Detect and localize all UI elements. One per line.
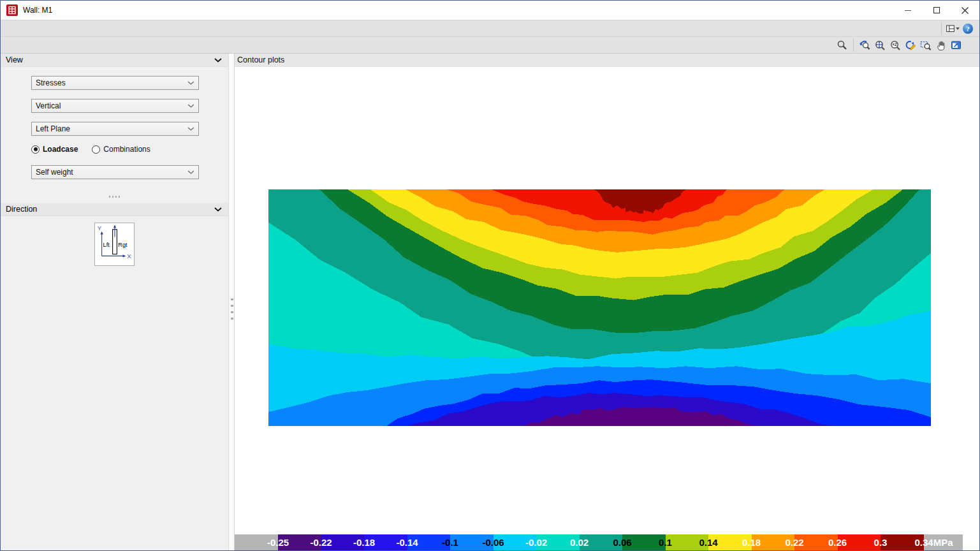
panel-splitter[interactable] bbox=[228, 54, 235, 550]
toolbar-view: ×2 bbox=[1, 36, 979, 53]
legend-value-label: -0.06 bbox=[482, 534, 504, 551]
direction-section-header[interactable]: Direction bbox=[1, 203, 228, 216]
zoom-x2-button[interactable]: ×2 bbox=[888, 38, 903, 53]
loadcase-value: Self weight bbox=[36, 168, 187, 177]
zoom-window-button[interactable] bbox=[918, 38, 933, 53]
help-icon: ? bbox=[962, 23, 974, 34]
titlebar: Wall: M1 bbox=[1, 1, 979, 20]
legend-value-label: 0.26 bbox=[828, 534, 847, 551]
app-icon bbox=[6, 4, 18, 16]
pan-button[interactable] bbox=[933, 38, 949, 53]
component-dropdown[interactable]: Vertical bbox=[31, 99, 199, 113]
toolbar-separator bbox=[853, 39, 854, 52]
app-window: Wall: M1 bbox=[0, 0, 980, 551]
component-value: Vertical bbox=[36, 101, 187, 110]
legend-colorbar: -0.25-0.22-0.18-0.14-0.1-0.06-0.020.020.… bbox=[235, 534, 963, 551]
legend-value-label: -0.25 bbox=[267, 534, 289, 551]
result-type-dropdown[interactable]: Stresses bbox=[31, 76, 199, 90]
contour-plots-header: Contour plots bbox=[235, 54, 979, 67]
zoom-cursor-icon bbox=[837, 40, 848, 51]
legend-value-label: 0.06 bbox=[613, 534, 631, 551]
chevron-down-icon bbox=[956, 27, 960, 30]
axis-x-label: X bbox=[127, 253, 131, 260]
legend-value-label: -0.14 bbox=[396, 534, 418, 551]
legend-value-label: 0.14 bbox=[699, 534, 717, 551]
chevron-down-icon bbox=[187, 81, 194, 85]
help-button[interactable]: ? bbox=[960, 21, 976, 36]
legend-value-label: 0.18 bbox=[742, 534, 761, 551]
combinations-radio[interactable] bbox=[92, 145, 100, 154]
legend-value-label: 0.34MPa bbox=[914, 534, 953, 551]
maximize-button[interactable] bbox=[922, 1, 951, 20]
maximize-icon bbox=[933, 7, 940, 13]
result-type-value: Stresses bbox=[36, 78, 187, 87]
wall-left-face-label: Lft bbox=[103, 242, 110, 248]
view-section-title: View bbox=[6, 55, 23, 64]
minimize-button[interactable] bbox=[893, 1, 922, 20]
chevron-down-icon bbox=[187, 127, 194, 131]
plane-dropdown[interactable]: Left Plane bbox=[31, 122, 199, 136]
plane-value: Left Plane bbox=[36, 124, 187, 133]
regenerate-icon bbox=[905, 40, 916, 51]
toolbar-separator bbox=[941, 22, 942, 35]
fit-window-button[interactable] bbox=[949, 38, 964, 53]
zoom-extents-button[interactable] bbox=[872, 38, 888, 53]
panel-layout-icon bbox=[946, 23, 955, 34]
zoom-previous-icon bbox=[859, 40, 870, 51]
contour-plot-area: Contour plots -0.25-0.22-0.18-0.14-0.1-0… bbox=[235, 54, 979, 550]
loadcase-radio-label[interactable]: Loadcase bbox=[43, 145, 78, 154]
close-icon bbox=[962, 7, 969, 14]
section-splitter-grip[interactable] bbox=[109, 196, 121, 198]
chevron-down-icon bbox=[187, 170, 194, 174]
direction-section-body: Y X Lft Rgt bbox=[1, 216, 228, 268]
legend-value-label: 0.02 bbox=[570, 534, 589, 551]
pan-hand-icon bbox=[935, 40, 947, 51]
zoom-window-icon bbox=[920, 40, 932, 51]
panel-layout-button[interactable] bbox=[945, 21, 960, 36]
legend-value-label: -0.22 bbox=[310, 534, 332, 551]
combinations-radio-label[interactable]: Combinations bbox=[103, 145, 150, 154]
zoom-previous-button[interactable] bbox=[857, 38, 872, 53]
fit-window-icon bbox=[951, 40, 962, 51]
regenerate-button[interactable] bbox=[903, 38, 918, 53]
direction-section-title: Direction bbox=[6, 205, 37, 214]
toolbar-top: ? bbox=[1, 20, 979, 36]
view-section-body: Stresses Vertical Left Plane Loadcase Co… bbox=[1, 67, 228, 179]
legend-value-label: -0.02 bbox=[525, 534, 547, 551]
direction-axis-diagram: Y X Lft Rgt bbox=[94, 223, 135, 266]
legend-value-label: 0.22 bbox=[785, 534, 803, 551]
wall-right-face-label: Rgt bbox=[118, 242, 128, 248]
panel-splitter-grip[interactable] bbox=[231, 298, 233, 320]
case-radio-group: Loadcase Combinations bbox=[31, 145, 228, 154]
chevron-down-icon bbox=[214, 58, 222, 62]
legend-value-label: -0.1 bbox=[442, 534, 458, 551]
legend-value-label: 0.1 bbox=[659, 534, 672, 551]
window-title: Wall: M1 bbox=[23, 6, 52, 15]
loadcase-dropdown[interactable]: Self weight bbox=[31, 165, 199, 179]
close-button[interactable] bbox=[951, 1, 979, 20]
minimize-icon bbox=[905, 7, 911, 13]
wall-stress-contour bbox=[268, 189, 931, 426]
sidebar: View Stresses Vertical Left Plane bbox=[1, 54, 228, 550]
legend-value-label: -0.18 bbox=[353, 534, 375, 551]
contour-plots-title: Contour plots bbox=[237, 55, 284, 64]
zoom-extents-icon bbox=[874, 40, 886, 51]
svg-text:?: ? bbox=[966, 25, 970, 33]
chevron-down-icon bbox=[214, 207, 222, 212]
chevron-down-icon bbox=[187, 104, 194, 108]
zoom-x2-icon: ×2 bbox=[889, 40, 901, 51]
axis-y-label: Y bbox=[98, 224, 102, 231]
loadcase-radio[interactable] bbox=[31, 145, 40, 154]
zoom-cursor-button[interactable] bbox=[835, 38, 850, 53]
svg-text:×2: ×2 bbox=[892, 42, 897, 47]
legend-value-label: 0.3 bbox=[874, 534, 888, 551]
view-section-header[interactable]: View bbox=[1, 54, 228, 67]
